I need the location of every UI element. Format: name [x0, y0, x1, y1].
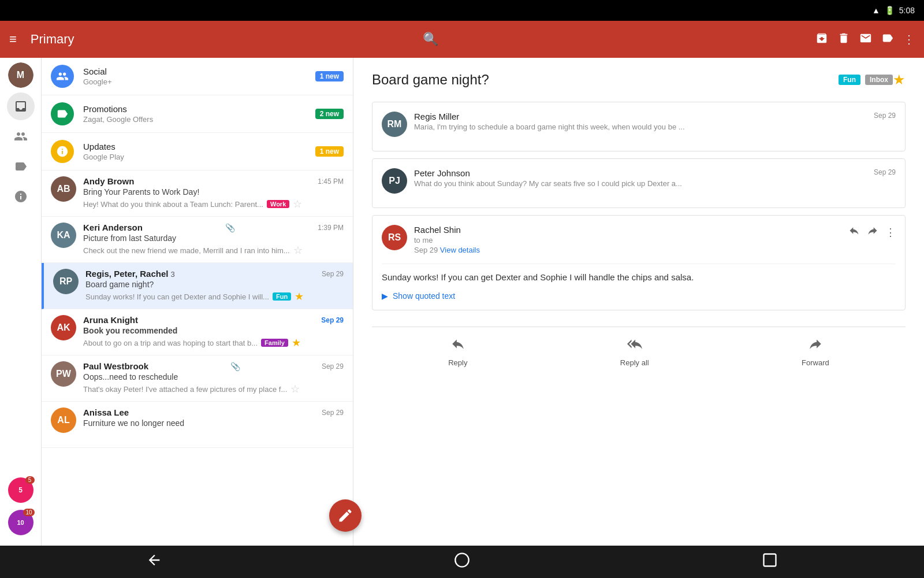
andy-brown-preview-text: Hey! What do you think about a Team Lunc…	[83, 200, 263, 209]
email-item-board-game[interactable]: RP Regis, Peter, Rachel 3 Sep 29 Board g…	[42, 263, 353, 309]
sidebar-item-info[interactable]	[7, 183, 35, 210]
keri-anderson-subject: Picture from last Saturday	[83, 234, 344, 243]
andy-brown-sender: Andy Brown	[83, 176, 134, 186]
sidebar-item-contacts[interactable]	[7, 123, 35, 150]
category-promotions[interactable]: Promotions Zagat, Google Offers 2 new	[42, 95, 353, 133]
show-quoted-text[interactable]: ▶ Show quoted text	[382, 291, 896, 301]
social-badge: 1 new	[315, 71, 344, 81]
view-details-link[interactable]: View details	[440, 246, 480, 254]
sidebar-item-inbox[interactable]	[7, 92, 35, 120]
board-game-label: Fun	[273, 292, 291, 301]
recents-button[interactable]	[762, 552, 778, 572]
updates-icon	[51, 140, 74, 163]
updates-badge: 1 new	[315, 146, 344, 157]
reply-button[interactable]: Reply	[448, 336, 467, 367]
mail-button[interactable]	[859, 32, 872, 47]
regis-miller-avatar: RM	[382, 112, 407, 137]
clock: 5:08	[899, 6, 915, 15]
regis-miller-date: Sep 29	[874, 112, 896, 120]
more-button[interactable]: ⋮	[903, 32, 915, 46]
status-icons: ▲ 🔋 5:08	[872, 6, 915, 15]
message-peter-johnson[interactable]: PJ Peter Johnson What do you think about…	[372, 158, 906, 208]
message-peter-header: PJ Peter Johnson What do you think about…	[382, 168, 896, 194]
svg-point-0	[455, 553, 468, 566]
badge-5: 5	[25, 476, 35, 484]
promotions-info: Promotions Zagat, Google Offers	[83, 104, 315, 124]
rachel-forward-icon[interactable]	[867, 225, 878, 239]
detail-header: Board game night? Fun Inbox ★	[372, 72, 906, 88]
forward-button[interactable]: Forward	[802, 336, 829, 367]
reply-label: Reply	[448, 358, 467, 367]
reply-all-icon	[627, 336, 642, 355]
anissa-lee-content: Anissa Lee Sep 29 Furniture we no longer…	[83, 407, 344, 428]
keri-preview-text: Check out the new friend we made, Merril…	[83, 246, 290, 255]
board-game-time: Sep 29	[322, 270, 344, 278]
reply-bar: Reply Reply all Forward	[372, 327, 906, 376]
label-button[interactable]	[881, 32, 894, 47]
keri-anderson-star[interactable]: ☆	[293, 244, 303, 257]
category-social[interactable]: Social Google+ 1 new	[42, 58, 353, 95]
board-game-sender: Regis, Peter, Rachel 3	[85, 269, 175, 279]
email-item-keri-anderson[interactable]: KA Keri Anderson 📎 1:39 PM Picture from …	[42, 217, 353, 263]
andy-brown-time: 1:45 PM	[318, 177, 344, 186]
rachel-reply-icon[interactable]	[848, 225, 860, 239]
battery-icon: 🔋	[885, 6, 895, 15]
sidebar-avatar-bottom1[interactable]: 5 5	[7, 476, 35, 504]
board-game-content: Regis, Peter, Rachel 3 Sep 29 Board game…	[85, 269, 344, 303]
aruna-knight-time: Sep 29	[321, 316, 344, 324]
rachel-more-icon[interactable]: ⋮	[885, 226, 896, 239]
email-item-andy-brown[interactable]: AB Andy Brown 1:45 PM Bring Your Parents…	[42, 171, 353, 217]
message-rachel-shin: RS Rachel Shin to me Sep 29 View details	[372, 215, 906, 310]
regis-miller-name: Regis Miller	[414, 112, 874, 121]
menu-icon[interactable]: ≡	[9, 32, 17, 47]
paul-westbrook-avatar: PW	[51, 361, 76, 387]
promotions-badge: 2 new	[315, 109, 344, 119]
email-item-aruna-knight[interactable]: AK Aruna Knight Sep 29 Book you recommen…	[42, 309, 353, 355]
peter-johnson-avatar: PJ	[382, 168, 407, 194]
reply-all-label: Reply all	[620, 358, 649, 367]
rachel-message-actions: ⋮	[848, 225, 896, 239]
category-updates[interactable]: Updates Google Play 1 new	[42, 133, 353, 171]
rachel-body: Sunday works! If you can get Dexter and …	[382, 264, 896, 284]
email-item-paul-westbrook[interactable]: PW Paul Westbrook 📎 Sep 29 Oops...need t…	[42, 355, 353, 402]
reply-all-button[interactable]: Reply all	[620, 336, 649, 367]
andy-brown-content: Andy Brown 1:45 PM Bring Your Parents to…	[83, 176, 344, 210]
peter-johnson-name: Peter Johnson	[414, 168, 874, 178]
svg-rect-1	[764, 554, 776, 566]
paul-westbrook-time: Sep 29	[322, 362, 344, 370]
keri-anderson-sender: Keri Anderson	[83, 223, 143, 232]
regis-miller-info: Regis Miller Maria, I'm trying to schedu…	[414, 112, 874, 131]
paul-westbrook-header: Paul Westbrook 📎 Sep 29	[83, 361, 344, 371]
anissa-lee-avatar: AL	[51, 407, 76, 433]
board-game-avatar: RP	[53, 269, 79, 294]
sidebar-avatar-bottom2[interactable]: 10 10	[7, 509, 35, 536]
detail-star[interactable]: ★	[893, 72, 906, 88]
board-game-star[interactable]: ★	[295, 290, 304, 303]
paul-westbrook-star[interactable]: ☆	[290, 383, 300, 395]
message-regis-header: RM Regis Miller Maria, I'm trying to sch…	[382, 112, 896, 137]
andy-brown-header: Andy Brown 1:45 PM	[83, 176, 344, 186]
email-item-anissa-lee[interactable]: AL Anissa Lee Sep 29 Furniture we no lon…	[42, 402, 353, 448]
keri-anderson-content: Keri Anderson 📎 1:39 PM Picture from las…	[83, 223, 344, 257]
sidebar-item-labels[interactable]	[7, 153, 35, 180]
search-icon[interactable]: 🔍	[423, 32, 438, 47]
status-bar: ▲ 🔋 5:08	[0, 0, 924, 21]
archive-button[interactable]	[815, 32, 828, 47]
social-info: Social Google+	[83, 66, 315, 86]
message-regis-miller[interactable]: RM Regis Miller Maria, I'm trying to sch…	[372, 102, 906, 151]
aruna-knight-subject: Book you recommended	[83, 326, 344, 335]
promotions-name: Promotions	[83, 104, 315, 114]
peter-johnson-info: Peter Johnson What do you think about Su…	[414, 168, 874, 188]
andy-brown-star[interactable]: ☆	[293, 198, 302, 210]
back-button[interactable]	[146, 552, 162, 572]
home-button[interactable]	[454, 552, 470, 572]
aruna-knight-star[interactable]: ★	[292, 336, 301, 349]
rachel-date: Sep 29	[414, 246, 438, 254]
anissa-lee-header: Anissa Lee Sep 29	[83, 407, 344, 417]
user-avatar[interactable]: M	[8, 62, 33, 88]
board-game-preview-text: Sunday works! If you can get Dexter and …	[85, 292, 269, 301]
delete-button[interactable]	[837, 32, 850, 47]
compose-fab[interactable]	[329, 499, 362, 532]
reply-icon	[450, 336, 465, 355]
rachel-shin-avatar: RS	[382, 225, 407, 250]
